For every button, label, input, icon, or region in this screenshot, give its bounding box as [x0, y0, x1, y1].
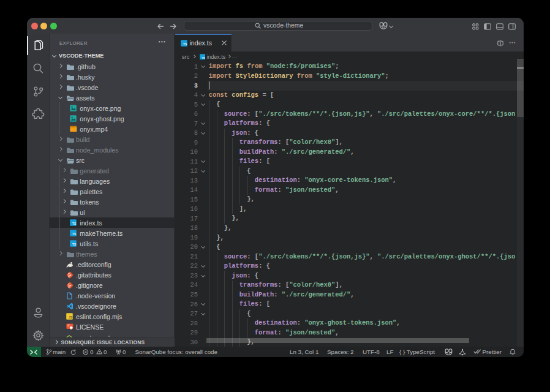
svg-text:TS: TS: [72, 243, 77, 246]
svg-text:TS: TS: [183, 43, 187, 46]
svg-text:TS: TS: [72, 233, 77, 236]
svg-text:TS: TS: [202, 56, 205, 59]
svg-text:JS: JS: [69, 315, 73, 319]
svg-text:TS: TS: [72, 222, 77, 225]
